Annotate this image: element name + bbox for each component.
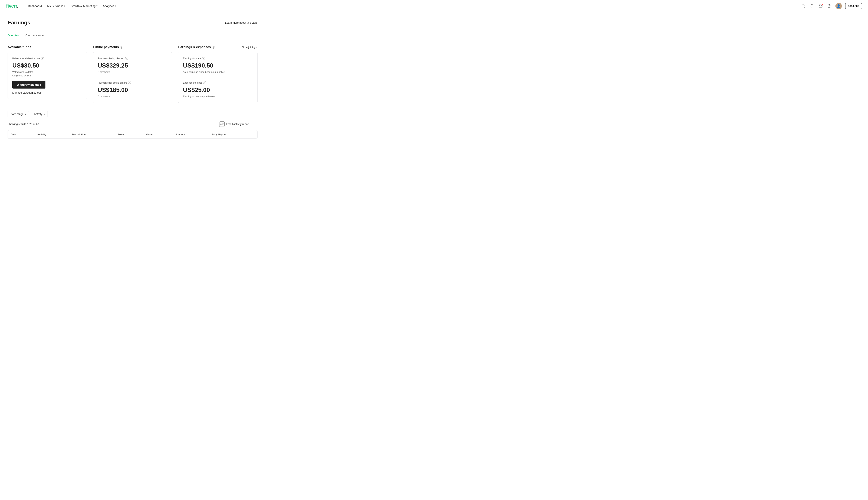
expenses-to-date-info-icon[interactable]: i xyxy=(203,81,206,84)
active-orders-info-icon[interactable]: i xyxy=(128,81,131,84)
earnings-expenses-info-icon[interactable]: i xyxy=(212,46,215,49)
filters-row: Date range ▾ Activity ▾ xyxy=(8,111,257,117)
earnings-expenses-title: Earnings & expenses i xyxy=(178,45,215,49)
search-icon[interactable] xyxy=(801,3,806,9)
expenses-to-date-label: Expenses to date i xyxy=(183,81,253,84)
chevron-down-icon: ▾ xyxy=(44,113,45,116)
col-activity: Activity xyxy=(34,130,69,139)
withdrawn-value: US$80.00 | €34.87 xyxy=(12,74,82,77)
nav-item-my-business[interactable]: My Business ▾ xyxy=(45,3,67,9)
balance-label: Balance available for use i xyxy=(12,57,82,60)
tab-cash-advance[interactable]: Cash advance xyxy=(25,32,44,39)
activity-filter[interactable]: Activity ▾ xyxy=(31,111,47,117)
page-title: Earnings xyxy=(8,20,30,26)
col-description: Description xyxy=(69,130,115,139)
results-count: Showing results 1-20 of 28 xyxy=(8,123,39,126)
logo[interactable]: fiverr. xyxy=(6,3,18,9)
header: fiverr. Dashboard My Business ▾ Growth &… xyxy=(0,0,868,12)
future-payments-card: Payments being cleared i US$329.25 8 pay… xyxy=(93,52,172,103)
page-header: Earnings Learn more about this page xyxy=(8,20,257,26)
earnings-expenses-card: Earnings to date i US$190.50 Your earnin… xyxy=(178,52,257,103)
message-badge xyxy=(821,3,823,5)
expenses-to-date-amount: US$25.00 xyxy=(183,87,253,93)
withdrawn-label: Withdrawn to date: xyxy=(12,70,82,73)
expenses-to-date-sub: Earnings spent on purchases. xyxy=(183,95,253,98)
date-range-filter[interactable]: Date range ▾ xyxy=(8,111,29,117)
help-icon[interactable] xyxy=(827,3,832,9)
clearing-info-icon[interactable]: i xyxy=(125,57,128,60)
table-actions: CSV Email activity report ... xyxy=(219,121,257,127)
learn-more-link[interactable]: Learn more about this page xyxy=(225,21,257,24)
svg-point-0 xyxy=(802,4,804,7)
chevron-down-icon: ▾ xyxy=(64,5,65,7)
clearing-sub: 8 payments xyxy=(98,70,168,73)
activity-table: Date Activity Description From Order Amo… xyxy=(8,130,257,139)
balance-info-icon[interactable]: i xyxy=(41,57,44,60)
withdraw-balance-button[interactable]: Withdraw balance xyxy=(12,81,45,89)
earnings-to-date-info-icon[interactable]: i xyxy=(202,57,205,60)
nav-item-analytics[interactable]: Analytics ▾ xyxy=(101,3,118,9)
chevron-down-icon: ▾ xyxy=(96,5,98,7)
earnings-expenses-header: Earnings & expenses i Since joining ▾ xyxy=(178,45,257,49)
table-header-row: Date Activity Description From Order Amo… xyxy=(8,130,257,139)
col-early-payout: Early Payout xyxy=(209,130,257,139)
chevron-down-icon: ▾ xyxy=(115,5,116,7)
nav-item-dashboard[interactable]: Dashboard xyxy=(26,3,44,9)
col-from: From xyxy=(115,130,143,139)
main-nav: Dashboard My Business ▾ Growth & Marketi… xyxy=(26,3,801,9)
main-content: Earnings Learn more about this page Over… xyxy=(0,12,265,146)
earnings-to-date-label: Earnings to date i xyxy=(183,57,253,60)
email-activity-report-button[interactable]: CSV Email activity report xyxy=(219,122,249,127)
balance-amount: US$30.50 xyxy=(12,62,82,69)
logo-dot: . xyxy=(17,3,18,9)
active-orders-sub: 6 payments xyxy=(98,95,168,98)
tabs: Overview Cash advance xyxy=(8,32,257,39)
earnings-to-date-sub: Your earnings since becoming a seller. xyxy=(183,70,253,73)
cards-grid: Available funds Balance available for us… xyxy=(8,45,257,103)
future-payments-title: Future payments i xyxy=(93,45,172,49)
messages-icon[interactable] xyxy=(818,3,823,9)
chevron-down-icon: ▾ xyxy=(256,46,257,49)
col-order: Order xyxy=(143,130,173,139)
tab-overview[interactable]: Overview xyxy=(8,32,20,39)
active-orders-amount: US$185.00 xyxy=(98,87,168,93)
active-orders-label: Payments for active orders i xyxy=(98,81,168,84)
available-funds-card: Balance available for use i US$30.50 Wit… xyxy=(8,52,87,99)
available-funds-section: Available funds Balance available for us… xyxy=(8,45,87,103)
future-payments-section: Future payments i Payments being cleared… xyxy=(93,45,172,103)
future-payments-info-icon[interactable]: i xyxy=(120,46,123,49)
clearing-amount: US$329.25 xyxy=(98,62,168,69)
notifications-icon[interactable] xyxy=(809,3,815,9)
available-funds-title: Available funds xyxy=(8,45,87,49)
header-actions: 👤 $950,000 xyxy=(801,3,862,9)
col-date: Date xyxy=(8,130,34,139)
col-amount: Amount xyxy=(173,130,209,139)
clearing-label: Payments being cleared i xyxy=(98,57,168,60)
csv-icon: CSV xyxy=(219,122,225,127)
manage-payout-link[interactable]: Manage payout methods xyxy=(12,91,42,94)
nav-item-growth-marketing[interactable]: Growth & Marketing ▾ xyxy=(68,3,100,9)
earnings-to-date-amount: US$190.50 xyxy=(183,62,253,69)
balance-button[interactable]: $950,000 xyxy=(845,3,862,9)
more-options-button[interactable]: ... xyxy=(252,121,257,127)
avatar[interactable]: 👤 xyxy=(835,3,842,9)
earnings-expenses-section: Earnings & expenses i Since joining ▾ Ea… xyxy=(178,45,257,103)
results-row: Showing results 1-20 of 28 CSV Email act… xyxy=(8,121,257,127)
since-joining-filter[interactable]: Since joining ▾ xyxy=(242,46,257,49)
chevron-down-icon: ▾ xyxy=(25,113,26,116)
